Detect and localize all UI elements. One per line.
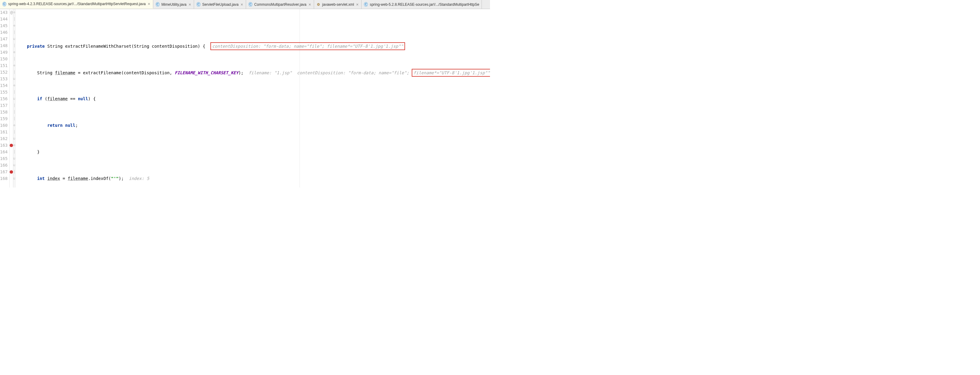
line-number: 168 [0,175,8,182]
close-icon[interactable] [308,3,311,6]
java-class-icon [196,2,200,6]
line-number: 150 [0,55,8,62]
line-number: 148 [0,42,8,49]
line-number: 161 [0,129,8,135]
tab-label: javaweb-servlet.xml [322,2,354,6]
line-number: 145 [0,22,8,29]
line-number: 151 [0,62,8,69]
tab-commonsmultipart[interactable]: CommonsMultipartResolver.java [246,0,314,9]
line-number: 155 [0,89,8,95]
line-number: 163 [0,142,8,149]
xml-file-icon [317,2,320,6]
debug-inline-hint: filename*="UTF-8'1.jpg'1.jsp"" [412,69,490,77]
java-class-icon [156,2,160,6]
java-class-icon [248,2,252,6]
code-line[interactable]: private String extractFilenameWithCharse… [16,42,490,49]
line-number: 153 [0,76,8,82]
at-annotation-icon: @ [10,9,13,16]
line-number: 165 [0,155,8,162]
breakpoint-icon[interactable] [10,144,13,147]
close-icon[interactable] [188,3,191,6]
line-number: 144 [0,16,8,22]
close-icon[interactable] [356,3,359,6]
line-number: 143 [0,9,8,16]
tab-servletfileupload[interactable]: ServletFileUpload.java [194,0,246,9]
debug-inline-hint: filename: "1.jsp" contentDisposition: "f… [248,70,411,75]
line-number: 154 [0,82,8,89]
tab-standardmultipart-5[interactable]: spring-web-5.2.8.RELEASE-sources.jar!/..… [361,0,482,9]
line-number: 158 [0,109,8,116]
tab-javaweb-servlet-xml[interactable]: javaweb-servlet.xml [314,0,361,9]
fold-gutter[interactable]: ⊖│⊖│⊔ │⊖│⊖│ ⊔⊖│⊔│ ││⊖│⊔ ⊖│⊔⊔│ ⊔ [13,9,16,188]
line-number: 166 [0,162,8,168]
line-number: 147 [0,36,8,42]
line-number: 157 [0,102,8,109]
code-area[interactable]: private String extractFilenameWithCharse… [16,9,490,188]
tab-standardmultipart-4[interactable]: spring-web-4.2.3.RELEASE-sources.jar!/..… [0,0,153,9]
code-editor[interactable]: 143 144 145 146 147 148 149 150 151 152 … [0,9,490,188]
debug-inline-hint: index: 5 [129,176,149,181]
tab-mimeutility[interactable]: MimeUtility.java [153,0,194,9]
close-icon[interactable] [148,2,151,5]
code-line[interactable]: if (filename == null) { [16,95,490,102]
breakpoint-icon[interactable] [10,170,13,174]
code-line[interactable]: int index = filename.indexOf("'"); index… [16,175,490,182]
code-line[interactable]: String filename = extractFilename(conten… [16,69,490,76]
line-number: 149 [0,49,8,55]
code-line[interactable]: return null; [16,122,490,129]
line-number-gutter: 143 144 145 146 147 148 149 150 151 152 … [0,9,10,188]
line-number: 159 [0,116,8,122]
editor-tabs: spring-web-4.2.3.RELEASE-sources.jar!/..… [0,0,490,9]
debug-inline-hint: contentDisposition: "form-data; name="fi… [210,42,405,50]
code-line[interactable]: } [16,149,490,155]
tab-label: spring-web-4.2.3.RELEASE-sources.jar!/..… [8,2,146,6]
tab-label: MimeUtility.java [161,2,186,6]
close-icon[interactable] [240,3,243,6]
tab-label: ServletFileUpload.java [202,2,239,6]
java-class-icon [2,2,6,6]
line-number: 156 [0,95,8,102]
breakpoint-gutter[interactable]: @ [10,9,13,188]
line-number: 160 [0,122,8,129]
java-class-icon [364,2,368,6]
tab-label: CommonsMultipartResolver.java [254,2,307,6]
tab-label: spring-web-5.2.8.RELEASE-sources.jar!/..… [370,2,479,6]
line-number: 167 [0,168,8,175]
line-number: 152 [0,69,8,76]
line-number: 164 [0,149,8,155]
line-number: 146 [0,29,8,36]
line-number: 162 [0,135,8,142]
